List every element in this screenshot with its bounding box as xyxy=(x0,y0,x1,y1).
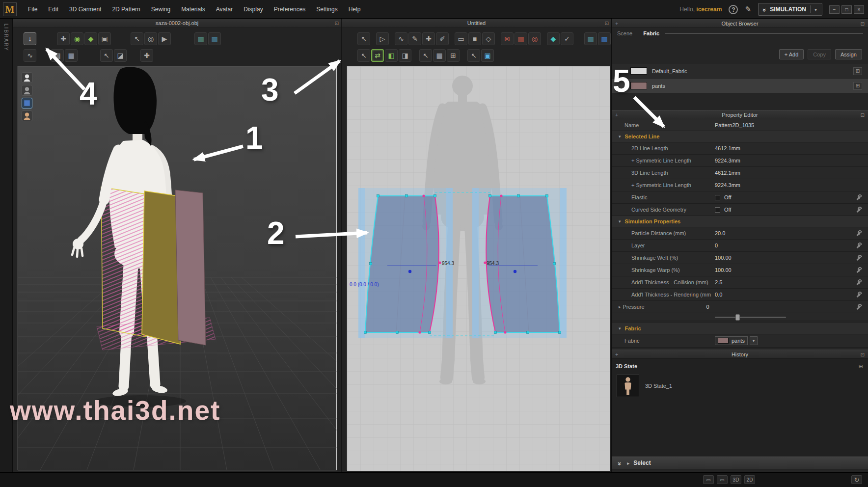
section-simulation-properties[interactable]: ▾ Simulation Properties xyxy=(612,216,868,227)
simulation-button[interactable]: » SIMULATION ▾ xyxy=(758,3,822,16)
open-pose-icon[interactable]: ▣ xyxy=(98,32,111,45)
sync-panel-2-icon[interactable]: ▥ xyxy=(598,32,611,45)
flip-vertical-icon[interactable]: ◨ xyxy=(399,49,411,62)
garment-thumb-icon[interactable] xyxy=(22,98,32,108)
slider-handle[interactable] xyxy=(735,314,740,321)
wrench-icon[interactable] xyxy=(856,280,862,286)
wrench-icon[interactable] xyxy=(856,231,862,237)
fabric-list-item[interactable]: Default_Fabric ⊞ xyxy=(612,64,868,79)
show-window-3d-icon[interactable]: ▥ xyxy=(208,32,221,45)
menu-2d-pattern[interactable]: 2D Pattern xyxy=(107,6,145,13)
avatar-thumb-white-icon[interactable] xyxy=(22,72,32,83)
select-mode-bar[interactable]: » ▸ Select xyxy=(612,457,868,469)
fabric-dropdown[interactable]: pants xyxy=(715,336,748,345)
dark-rectangle-icon[interactable]: ■ xyxy=(468,32,481,45)
wrench-icon[interactable] xyxy=(856,292,862,298)
notch-tool-icon[interactable]: ✓ xyxy=(561,32,573,45)
minimize-button[interactable]: − xyxy=(829,5,840,14)
avatar-thumb-skin-icon[interactable] xyxy=(22,110,32,121)
expand-panel-icon[interactable]: ⊡ xyxy=(861,19,865,28)
pin-tool-icon[interactable]: ✚ xyxy=(140,49,153,62)
dart-tool-icon[interactable]: ⊠ xyxy=(501,32,514,45)
pen-tool-icon[interactable]: ✐ xyxy=(436,32,449,45)
tab-fabric[interactable]: Fabric xyxy=(638,30,665,36)
wrench-icon[interactable] xyxy=(856,243,862,249)
wrench-icon[interactable] xyxy=(856,195,862,201)
wrench-icon[interactable] xyxy=(856,207,862,213)
elastic-checkbox[interactable] xyxy=(715,195,720,200)
dropdown-caret-icon[interactable]: ▾ xyxy=(750,336,758,345)
panel-expand-icon[interactable]: ⊡ xyxy=(605,19,609,28)
wrench-icon[interactable] xyxy=(856,268,862,273)
show-avatar-icon[interactable]: ◉ xyxy=(71,32,83,45)
gizmo-move-icon[interactable]: ✚ xyxy=(57,32,70,45)
toggle-3d-button[interactable]: 3D xyxy=(731,475,741,484)
fabric-options-icon[interactable]: ⊞ xyxy=(853,67,862,75)
show-texture-icon[interactable]: ▤ xyxy=(51,49,64,62)
dock-icon[interactable]: + xyxy=(615,350,618,359)
select-mesh-icon[interactable]: ↖ xyxy=(100,49,113,62)
circle-dart-icon[interactable]: ◎ xyxy=(528,32,541,45)
smooth-shading-icon[interactable]: ◪ xyxy=(114,49,127,62)
menu-settings[interactable]: Settings xyxy=(311,6,343,13)
sync-2d3d-icon[interactable]: ⇄ xyxy=(371,49,384,62)
add-point-icon[interactable]: ✚ xyxy=(422,32,435,45)
pants-pattern-left[interactable] xyxy=(365,196,439,332)
transform-2d-icon[interactable]: ↖ xyxy=(357,49,370,62)
menu-file[interactable]: File xyxy=(23,6,43,13)
show-grid-icon[interactable]: ▦ xyxy=(65,49,78,62)
library-label[interactable]: LIBRARY xyxy=(3,24,9,52)
viewport-layout-icon[interactable]: ▭ xyxy=(703,475,714,484)
pattern-name-value[interactable]: Pattern2D_1035 xyxy=(715,122,754,128)
copy-fabric-button[interactable]: Copy xyxy=(808,49,831,59)
menu-materials[interactable]: Materials xyxy=(176,6,211,13)
grid-pattern-icon[interactable]: ▦ xyxy=(515,32,527,45)
dock-icon[interactable]: + xyxy=(615,19,618,28)
edit-pattern-icon[interactable]: ▷ xyxy=(376,32,389,45)
texture-select-icon[interactable]: ↖ xyxy=(419,49,432,62)
pattern-panel-hatched[interactable] xyxy=(101,187,148,337)
sync-panel-icon[interactable]: ▥ xyxy=(584,32,597,45)
edit-curvature-icon[interactable]: ∿ xyxy=(395,32,407,45)
viewport-layout-2-icon[interactable]: ▭ xyxy=(717,475,728,484)
assign-fabric-button[interactable]: Assign xyxy=(835,49,862,59)
transform-pattern-icon[interactable]: ↖ xyxy=(357,32,370,45)
pattern-panel-mauve[interactable] xyxy=(175,190,206,345)
rectangle-tool-icon[interactable]: ▭ xyxy=(455,32,467,45)
box-select-icon[interactable]: ↖ xyxy=(467,49,480,62)
brush-icon[interactable]: ✎ xyxy=(745,5,751,14)
state-options-icon[interactable]: ⊞ xyxy=(859,363,863,370)
menu-sewing[interactable]: Sewing xyxy=(146,6,176,13)
menu-3d-garment[interactable]: 3D Garment xyxy=(64,6,107,13)
section-fabric[interactable]: ▾ Fabric xyxy=(612,323,868,334)
help-icon[interactable]: ? xyxy=(729,5,738,14)
history-state-item[interactable]: 3D State_1 xyxy=(612,373,868,399)
add-fabric-button[interactable]: + Add xyxy=(779,49,804,59)
texture-edit-icon[interactable]: ▦ xyxy=(433,49,446,62)
fabric-list-item-selected[interactable]: pants ⊞ xyxy=(612,79,868,93)
menu-display[interactable]: Display xyxy=(238,6,268,13)
menu-edit[interactable]: Edit xyxy=(43,6,64,13)
toggle-2d-button[interactable]: 2D xyxy=(744,475,755,484)
expander-icon[interactable]: ▸ xyxy=(619,304,621,309)
menu-help[interactable]: Help xyxy=(343,6,366,13)
avatar-edit-icon[interactable]: ▶ xyxy=(158,32,171,45)
tab-scene[interactable]: Scene xyxy=(612,30,638,36)
pattern-panel-olive[interactable] xyxy=(142,191,180,344)
refresh-icon[interactable]: ↻ xyxy=(851,475,862,484)
section-selected-line[interactable]: ▾ Selected Line xyxy=(612,131,868,142)
texture-transform-icon[interactable]: ⊞ xyxy=(447,49,460,62)
show-window-2d-icon[interactable]: ▥ xyxy=(194,32,207,45)
sync-garment-icon[interactable]: ↓ xyxy=(24,32,36,45)
dock-icon[interactable]: + xyxy=(615,110,618,120)
menu-preferences[interactable]: Preferences xyxy=(269,6,311,13)
fabric-options-icon[interactable]: ⊞ xyxy=(853,82,862,90)
garment-patterns-3d[interactable] xyxy=(97,187,216,350)
close-button[interactable]: × xyxy=(854,5,864,14)
menu-avatar[interactable]: Avatar xyxy=(211,6,238,13)
app-logo[interactable]: M xyxy=(3,2,17,16)
pressure-slider[interactable] xyxy=(715,317,786,318)
avatar-thumb-gray-icon[interactable] xyxy=(22,85,32,96)
flip-horizontal-icon[interactable]: ◧ xyxy=(385,49,398,62)
maximize-button[interactable]: □ xyxy=(841,5,852,14)
